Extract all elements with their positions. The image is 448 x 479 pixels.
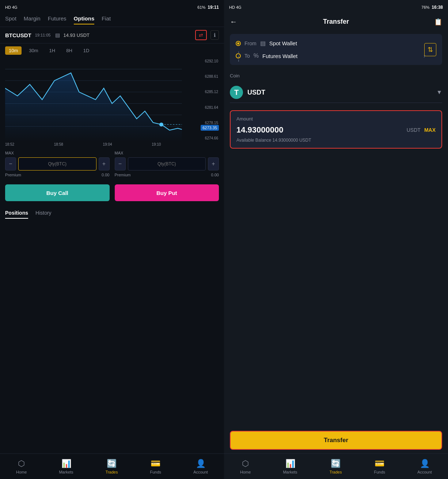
chart-time-labels: 18:52 18:58 19:04 19:10 xyxy=(0,142,224,147)
battery-right: 76% xyxy=(421,5,429,9)
amount-currency: USDT xyxy=(407,127,421,133)
funds-icon-right: 💳 xyxy=(375,459,384,468)
coin-logo-symbol: T xyxy=(234,88,239,97)
home-icon-right: ⬡ xyxy=(242,459,249,468)
time-label-1: 18:52 xyxy=(5,142,14,146)
ticker-price: 14.93 USDT xyxy=(64,32,90,38)
order-input-row-put: − + xyxy=(115,157,219,170)
time-tab-1d[interactable]: 1D xyxy=(80,46,93,55)
premium-value-put: 0.00 xyxy=(211,173,219,177)
transfer-title: Transfer xyxy=(323,18,349,26)
price-label-3: 6285.12 xyxy=(205,90,218,94)
funds-label-right: Funds xyxy=(374,470,386,474)
time-left: 19:11 xyxy=(208,5,219,10)
nav-funds-right[interactable]: 💳 Funds xyxy=(374,459,386,474)
decrease-put-btn[interactable]: − xyxy=(115,157,126,170)
buy-put-button[interactable]: Buy Put xyxy=(115,184,219,201)
time-tab-1h[interactable]: 1H xyxy=(46,46,59,55)
time-tab-10m[interactable]: 10m xyxy=(5,46,22,55)
nav-account-right[interactable]: 👤 Account xyxy=(417,459,432,474)
to-label: To xyxy=(244,53,250,59)
decrease-call-btn[interactable]: − xyxy=(5,157,16,170)
increase-put-btn[interactable]: + xyxy=(208,157,219,170)
nav-funds-left[interactable]: 💳 Funds xyxy=(150,459,162,474)
swap-updown-button[interactable]: ⇅ xyxy=(424,43,436,56)
trades-label-left: Trades xyxy=(106,470,118,474)
price-label-6: 6274.66 xyxy=(205,136,218,140)
tab-margin[interactable]: Margin xyxy=(24,15,41,24)
from-radio xyxy=(236,41,241,46)
time-label-3: 19:04 xyxy=(103,142,112,146)
increase-call-btn[interactable]: + xyxy=(99,157,110,170)
order-col-call: MAX − + Premium 0.00 xyxy=(5,151,110,177)
funds-icon-left: 💳 xyxy=(151,459,160,468)
time-tabs: 10m 30m 1H 8H 1D xyxy=(0,43,224,58)
ticker-bar: BTCUSDT 19:11:05 ▤ 14.93 USDT ⇄ ℹ xyxy=(0,27,224,43)
carrier-right: HD 4G xyxy=(229,5,242,9)
tab-positions[interactable]: Positions xyxy=(5,210,28,219)
time-label-4: 19:10 xyxy=(152,142,161,146)
nav-home-right[interactable]: ⬡ Home xyxy=(240,459,251,474)
from-label: From xyxy=(244,41,257,46)
account-icon-right: 👤 xyxy=(420,459,430,468)
transfer-from-to: From ▤ Spot Wallet To % Futures Wallet ›… xyxy=(230,34,442,65)
tab-futures[interactable]: Futures xyxy=(48,15,67,24)
carrier-left: HD 4G xyxy=(5,5,18,9)
coin-logo: T xyxy=(230,86,243,99)
order-col-put: MAX − + Premium 0.00 xyxy=(115,151,219,177)
tab-history[interactable]: History xyxy=(35,210,52,219)
amount-max-button[interactable]: MAX xyxy=(424,127,436,133)
account-label-left: Account xyxy=(193,470,208,474)
premium-value-call: 0.00 xyxy=(102,173,109,177)
transfer-action-button[interactable]: Transfer xyxy=(230,431,442,450)
markets-label-left: Markets xyxy=(59,470,73,474)
dashed-connector xyxy=(238,51,239,62)
nav-trades-right[interactable]: 🔄 Trades xyxy=(330,459,342,474)
nav-account-left[interactable]: 👤 Account xyxy=(193,459,208,474)
to-wallet-name: Futures Wallet xyxy=(262,53,297,59)
trades-icon-left: 🔄 xyxy=(107,459,117,468)
account-label-right: Account xyxy=(417,470,432,474)
time-tab-30m[interactable]: 30m xyxy=(25,46,42,55)
tab-fiat[interactable]: Fiat xyxy=(102,15,111,24)
buy-call-button[interactable]: Buy Call xyxy=(5,184,110,201)
premium-row-put: Premium 0.00 xyxy=(115,173,219,177)
from-radio-inner xyxy=(237,42,239,45)
home-label-right: Home xyxy=(240,470,251,474)
positions-section: Positions History xyxy=(0,205,224,219)
back-button[interactable]: ← xyxy=(230,18,237,26)
home-icon-left: ⬡ xyxy=(18,459,25,468)
nav-markets-right[interactable]: 📊 Markets xyxy=(283,459,297,474)
amount-label: Amount xyxy=(236,116,436,122)
time-tab-8h[interactable]: 8H xyxy=(62,46,76,55)
markets-icon-right: 📊 xyxy=(285,459,295,468)
qty-put-input[interactable] xyxy=(128,157,206,170)
order-section: MAX − + Premium 0.00 MAX − + Premium 0.0… xyxy=(0,147,224,181)
tab-spot[interactable]: Spot xyxy=(5,15,16,24)
time-right: 16:38 xyxy=(432,5,443,10)
nav-trades-left[interactable]: 🔄 Trades xyxy=(106,459,118,474)
transfer-history-button[interactable]: 📋 xyxy=(434,18,442,26)
price-label-5: 6278.15 xyxy=(205,121,218,125)
tab-options[interactable]: Options xyxy=(74,15,95,24)
display-icon: ▤ xyxy=(55,32,60,38)
to-row: To % Futures Wallet › xyxy=(236,53,436,59)
trades-icon-right: 🔄 xyxy=(331,459,341,468)
qty-call-input[interactable] xyxy=(18,157,96,170)
coin-name: USDT xyxy=(247,89,265,96)
status-bar-right: HD 4G 76% 16:38 xyxy=(224,0,448,13)
from-wallet-icon: ▤ xyxy=(260,40,266,47)
markets-icon-left: 📊 xyxy=(61,459,71,468)
nav-markets-left[interactable]: 📊 Markets xyxy=(59,459,73,474)
to-wallet-icon: % xyxy=(254,53,259,59)
amount-section: Amount 14.93000000 USDT MAX Available Ba… xyxy=(230,110,442,149)
coin-section: Coin T USDT ▼ xyxy=(224,69,448,105)
nav-home-left[interactable]: ⬡ Home xyxy=(16,459,27,474)
ticker-symbol: BTCUSDT xyxy=(5,32,31,38)
coin-selector[interactable]: T USDT ▼ xyxy=(230,82,442,103)
home-label-left: Home xyxy=(16,470,27,474)
info-button[interactable]: ℹ xyxy=(210,30,219,40)
amount-value: 14.93000000 xyxy=(236,125,403,135)
order-input-row-call: − + xyxy=(5,157,110,170)
swap-button[interactable]: ⇄ xyxy=(195,30,207,40)
